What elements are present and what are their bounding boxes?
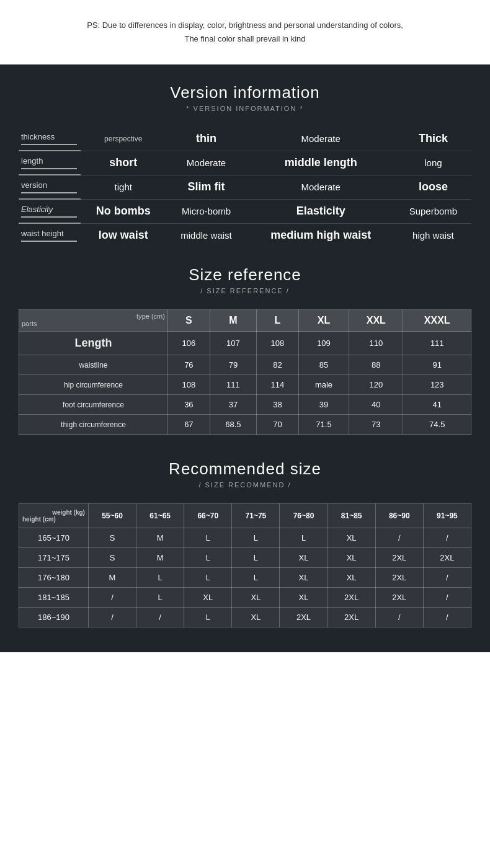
rec-height-label: 171~175: [19, 548, 89, 568]
rec-size-cell: /: [423, 588, 471, 608]
rec-weight-col: 71~75: [232, 504, 280, 528]
note-line1: PS: Due to differences in display, color…: [50, 19, 440, 32]
top-note-section: PS: Due to differences in display, color…: [0, 0, 490, 64]
version-cell: middle length: [247, 151, 395, 175]
rec-size-cell: 2XL: [327, 608, 375, 627]
rec-size-cell: L: [184, 548, 232, 568]
size-col-header: XXL: [349, 310, 403, 332]
version-cell: short: [81, 151, 166, 175]
rec-size-cell: XL: [327, 528, 375, 548]
rec-height-label: 186~190: [19, 608, 89, 627]
size-cell: 107: [210, 332, 256, 355]
version-cell: tight: [81, 175, 166, 199]
rec-size-cell: /: [423, 528, 471, 548]
rec-weight-col: 81~85: [327, 504, 375, 528]
version-cell: middle waist: [166, 223, 247, 247]
rec-size-cell: XL: [327, 568, 375, 588]
version-cell: low waist: [81, 223, 166, 247]
size-cell: 39: [298, 395, 349, 415]
rec-size-cell: L: [232, 548, 280, 568]
size-cell: 120: [349, 375, 403, 395]
size-cell: 106: [167, 332, 210, 355]
rec-size-cell: L: [184, 528, 232, 548]
rec-section: Recommended size / SIZE RECOMMEND / weig…: [19, 459, 471, 627]
size-cell: 38: [257, 395, 299, 415]
rec-size-cell: XL: [280, 548, 327, 568]
size-col-header: M: [210, 310, 256, 332]
size-cell: 71.5: [298, 415, 349, 435]
size-cell: 91: [403, 355, 471, 375]
rec-size-cell: /: [375, 528, 423, 548]
version-cell: medium high waist: [247, 223, 395, 247]
size-row-label: waistline: [19, 355, 168, 375]
rec-size-cell: /: [88, 588, 136, 608]
size-col-header: XL: [298, 310, 349, 332]
rec-size-cell: 2XL: [423, 548, 471, 568]
size-cell: 76: [167, 355, 210, 375]
size-cell: 70: [257, 415, 299, 435]
rec-height-label: 181~185: [19, 588, 89, 608]
version-title: Version information: [19, 83, 471, 102]
version-cell: Superbomb: [395, 199, 471, 223]
rec-size-cell: M: [136, 528, 184, 548]
size-row-label: Length: [19, 332, 168, 355]
rec-size-cell: XL: [280, 588, 327, 608]
rec-size-cell: XL: [327, 548, 375, 568]
size-row-label: thigh circumference: [19, 415, 168, 435]
size-cell: 123: [403, 375, 471, 395]
size-cell: 79: [210, 355, 256, 375]
version-cell: Thick: [395, 127, 471, 151]
size-cell: 40: [349, 395, 403, 415]
rec-weight-col: 91~95: [423, 504, 471, 528]
version-cell: long: [395, 151, 471, 175]
rec-size-cell: L: [232, 528, 280, 548]
rec-weight-col: 66~70: [184, 504, 232, 528]
rec-size-cell: /: [423, 608, 471, 627]
rec-size-cell: L: [232, 568, 280, 588]
rec-size-cell: L: [184, 608, 232, 627]
rec-size-cell: L: [136, 568, 184, 588]
size-col-header: L: [257, 310, 299, 332]
note-line2: The final color shall prevail in kind: [50, 32, 440, 46]
rec-size-cell: L: [136, 588, 184, 608]
rec-weight-col: 76~80: [280, 504, 327, 528]
rec-size-cell: M: [88, 568, 136, 588]
size-row-label: foot circumference: [19, 395, 168, 415]
size-cell: 67: [167, 415, 210, 435]
rec-size-cell: 2XL: [327, 588, 375, 608]
rec-size-cell: XL: [232, 588, 280, 608]
rec-size-cell: /: [88, 608, 136, 627]
size-col-header: S: [167, 310, 210, 332]
size-corner-header: type (cm)parts: [19, 310, 168, 332]
dark-section: Version information * VERSION INFORMATIO…: [0, 64, 490, 652]
rec-size-cell: 2XL: [375, 588, 423, 608]
rec-size-cell: 2XL: [375, 548, 423, 568]
version-cell: Moderate: [247, 127, 395, 151]
rec-height-label: 176~180: [19, 568, 89, 588]
rec-size-cell: XL: [280, 568, 327, 588]
rec-weight-col: 55~60: [88, 504, 136, 528]
rec-weight-col: 86~90: [375, 504, 423, 528]
rec-size-cell: S: [88, 548, 136, 568]
version-row-label: version: [19, 175, 81, 199]
size-cell: 41: [403, 395, 471, 415]
rec-size-cell: M: [136, 548, 184, 568]
size-cell: 114: [257, 375, 299, 395]
size-ref-subtitle: / SIZE REFERENCE /: [19, 287, 471, 294]
size-cell: 73: [349, 415, 403, 435]
rec-title: Recommended size: [19, 459, 471, 479]
version-table: thicknessperspectivethinModerateThicklen…: [19, 127, 471, 247]
rec-corner-header: weight (kg)height (cm): [19, 504, 89, 528]
rec-size-cell: XL: [232, 608, 280, 627]
version-cell: high waist: [395, 223, 471, 247]
version-cell: thin: [166, 127, 247, 151]
size-col-header: XXXL: [403, 310, 471, 332]
size-cell: 36: [167, 395, 210, 415]
version-cell: Micro-bomb: [166, 199, 247, 223]
size-ref-title: Size reference: [19, 265, 471, 285]
rec-size-cell: 2XL: [375, 568, 423, 588]
size-cell: 37: [210, 395, 256, 415]
size-cell: 68.5: [210, 415, 256, 435]
rec-weight-col: 61~65: [136, 504, 184, 528]
rec-size-cell: /: [375, 608, 423, 627]
